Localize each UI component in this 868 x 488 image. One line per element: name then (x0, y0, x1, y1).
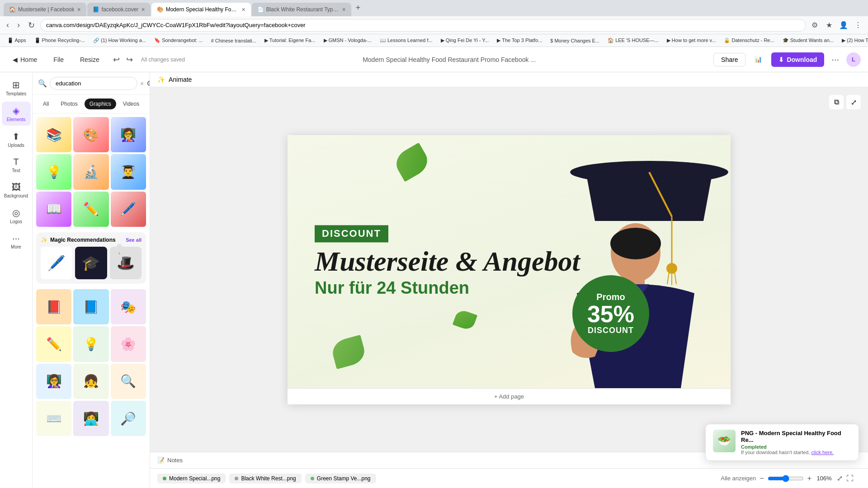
search-filter-icon[interactable]: ⚙ (146, 79, 150, 88)
back-button[interactable]: ‹ (4, 19, 12, 32)
user-avatar[interactable]: L (846, 52, 861, 67)
bookmark-2[interactable]: 🔗 (1) How Working a... (90, 37, 150, 44)
graphic-item-17[interactable]: 👧 (73, 364, 108, 399)
bookmark-12[interactable]: ▶ How to get more v... (663, 37, 720, 44)
magic-rec-item-1[interactable]: 🖊️ (41, 247, 72, 279)
sidebar-item-background[interactable]: 🖼 Background (2, 178, 31, 202)
uploads-icon: ⬆ (12, 131, 20, 142)
graphic-item-4[interactable]: 💡 (36, 154, 71, 189)
footer-file-2[interactable]: Black White Rest...png (229, 474, 301, 483)
zoom-in-button[interactable]: + (807, 474, 811, 483)
tab-4[interactable]: 📄 Black White Restaurant Typo... × (252, 3, 351, 16)
profile-icon[interactable]: 👤 (837, 19, 850, 32)
menu-icon[interactable]: ⋮ (852, 19, 864, 32)
animate-bar[interactable]: ✨ Animate (150, 72, 868, 87)
footer-file-1[interactable]: Modern Special...png (157, 474, 226, 483)
sidebar-item-text[interactable]: T Text (2, 153, 31, 177)
new-tab-button[interactable]: + (352, 1, 364, 14)
footer-file-3[interactable]: Green Stamp Ve...png (305, 474, 376, 483)
canvas-scroll[interactable]: DISCOUNT Musterseite & Angebot Nur für 2… (150, 87, 868, 452)
canvas-copy-button[interactable]: ⧉ (829, 95, 844, 109)
graphic-item-14[interactable]: 💡 (73, 326, 108, 361)
search-input[interactable] (50, 77, 137, 90)
bookmark-7[interactable]: 📖 Lessons Learned f... (376, 37, 436, 44)
canvas-expand-button[interactable]: ⤢ (846, 95, 861, 109)
graphic-item-5[interactable]: 🔬 (73, 154, 108, 189)
bookmark-9[interactable]: ▶ The Top 3 Platfo... (493, 37, 546, 44)
zoom-out-button[interactable]: − (760, 474, 764, 483)
graphic-item-16[interactable]: 👩‍🏫 (36, 364, 71, 399)
bookmark-13[interactable]: 🔒 Datenschutz - Re... (720, 37, 778, 44)
bookmark-14[interactable]: 🎓 Student Wants an... (779, 37, 837, 44)
graphic-item-3[interactable]: 👩‍🏫 (111, 117, 146, 152)
filter-tab-all[interactable]: All (38, 99, 54, 109)
graphic-item-20[interactable]: 👩‍💻 (73, 401, 108, 436)
tab-3-close[interactable]: × (242, 6, 245, 13)
download-button[interactable]: ⬇ Download (771, 52, 824, 67)
filter-tab-videos[interactable]: Videos (118, 99, 144, 109)
tab-3[interactable]: 🎨 Modern Special Healthy Food... × (151, 3, 251, 16)
magic-rec-item-3[interactable]: 🎩 (110, 247, 142, 279)
bookmark-1[interactable]: 📱 Phone Recycling-... (31, 37, 89, 44)
bookmark-apps[interactable]: 📱 Apps (4, 37, 30, 44)
zoom-slider[interactable] (768, 475, 804, 482)
share-button[interactable]: Share (713, 53, 745, 66)
tab-2-close[interactable]: × (142, 6, 145, 13)
bookmark-15[interactable]: ▶ (2) How To Add A... (838, 37, 868, 44)
forward-button[interactable]: › (14, 19, 23, 32)
graphic-item-19[interactable]: ⌨️ (36, 401, 71, 436)
panel-collapse-handle[interactable]: ‹ (117, 244, 122, 262)
bookmark-4[interactable]: # Chinese translati... (208, 37, 260, 44)
filter-tab-photos[interactable]: Photos (56, 99, 82, 109)
bookmark-icon[interactable]: ★ (823, 19, 835, 32)
alle-anzeigen-button[interactable]: Alle anzeigen (721, 475, 756, 482)
graphic-item-21[interactable]: 🔎 (111, 401, 146, 436)
sidebar-item-logos[interactable]: ◎ Logos (2, 204, 31, 228)
sidebar-item-uploads[interactable]: ⬆ Uploads (2, 127, 31, 151)
search-clear-button[interactable]: × (140, 80, 144, 87)
sidebar-item-elements[interactable]: ◈ Elements (2, 102, 31, 126)
graphic-item-9[interactable]: 🖊️ (111, 192, 146, 227)
redo-button[interactable]: ↪ (123, 53, 136, 66)
tab-1-close[interactable]: × (77, 6, 81, 13)
graphic-item-11[interactable]: 📘 (73, 289, 108, 324)
undo-button[interactable]: ↩ (110, 53, 123, 66)
fullscreen-button[interactable]: ⛶ (846, 474, 854, 483)
bookmark-10[interactable]: $ Money Changes E... (547, 37, 603, 44)
address-bar[interactable] (40, 19, 806, 32)
graphic-item-8[interactable]: ✏️ (73, 192, 108, 227)
graphic-item-18[interactable]: 🔍 (111, 364, 146, 399)
graphic-item-12[interactable]: 🎭 (111, 289, 146, 324)
graphic-item-13[interactable]: ✏️ (36, 326, 71, 361)
bookmark-3[interactable]: 🔖 Sonderangebot: ... (151, 37, 207, 44)
header-more-button[interactable]: ··· (830, 52, 841, 66)
resize-button[interactable]: Resize (75, 53, 105, 66)
graphic-item-10[interactable]: 📕 (36, 289, 71, 324)
sidebar-item-more[interactable]: ··· More (2, 230, 31, 253)
filter-tab-audio[interactable]: Audio (146, 99, 150, 109)
sidebar-item-templates[interactable]: ⊞ Templates (2, 76, 31, 100)
filter-tab-graphics[interactable]: Graphics (85, 99, 116, 109)
bookmark-8[interactable]: ▶ Qing Fei De Yi - Y... (437, 37, 493, 44)
graphic-item-2[interactable]: 🎨 (73, 117, 108, 152)
bookmark-6[interactable]: ▶ GMSN - Vologda-... (320, 37, 375, 44)
see-all-button[interactable]: See all (126, 237, 142, 243)
tab-1[interactable]: 🏠 Musterseite | Facebook × (4, 3, 86, 16)
graphic-item-1[interactable]: 📚 (36, 117, 71, 152)
fit-to-screen-button[interactable]: ⤢ (837, 474, 843, 483)
magic-rec-item-2[interactable]: 🎓 (75, 247, 107, 279)
stats-button[interactable]: 📊 (751, 54, 766, 65)
tab-2[interactable]: 📘 facebook.cover × (87, 3, 151, 16)
graphic-item-6[interactable]: 👨‍🎓 (111, 154, 146, 189)
graphic-item-15[interactable]: 🌸 (111, 326, 146, 361)
graphic-item-7[interactable]: 📖 (36, 192, 71, 227)
reload-button[interactable]: ↻ (25, 19, 38, 32)
home-button[interactable]: ◀ Home (7, 53, 42, 66)
file-button[interactable]: File (48, 53, 69, 66)
bookmark-11[interactable]: 🏠 LEE 'S HOUSE—... (604, 37, 662, 44)
extensions-icon[interactable]: ⚙ (808, 19, 821, 32)
tab-4-close[interactable]: × (342, 6, 346, 13)
add-page-button[interactable]: + Add page (288, 388, 731, 404)
bookmark-5[interactable]: ▶ Tutorial: Eigene Fa... (261, 37, 319, 44)
toast-click-here-link[interactable]: click here. (811, 450, 834, 455)
